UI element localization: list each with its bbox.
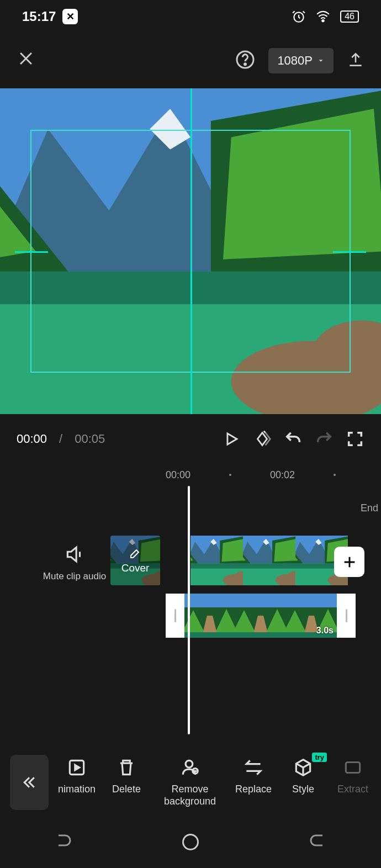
video-preview[interactable] (0, 88, 381, 414)
animation-tool[interactable]: nimation (52, 757, 102, 796)
plus-icon (342, 554, 357, 570)
clip-thumbnail (243, 536, 295, 585)
ruler-t0: 00:00 (166, 469, 190, 481)
mute-label: Mute clip audio (39, 570, 110, 583)
svg-rect-24 (346, 763, 359, 773)
time-total: 00:05 (75, 432, 105, 446)
preview-playhead (190, 88, 192, 414)
style-label: Style (292, 784, 314, 796)
clip-handle-right[interactable] (337, 594, 356, 638)
time-current: 00:00 (17, 432, 47, 446)
top-toolbar: 1080P (0, 33, 381, 88)
time-ruler[interactable]: 00:00 00:02 (0, 464, 381, 486)
overlay-thumbnail (235, 594, 286, 638)
add-clip-button[interactable] (334, 547, 364, 577)
fullscreen-button[interactable] (346, 430, 364, 448)
ruler-dot (229, 474, 231, 476)
try-badge: try (312, 753, 327, 762)
wifi-icon (316, 9, 330, 24)
play-button[interactable] (222, 430, 241, 448)
crop-handle-left[interactable] (15, 251, 48, 253)
clip-handle-left[interactable] (166, 594, 184, 638)
timeline[interactable]: Mute clip audio Cover End 3.0s (0, 486, 381, 734)
status-time: 15:17 (22, 9, 56, 24)
overlay-thumbnail (184, 594, 235, 638)
clip-duration: 3.0s (316, 626, 334, 636)
toolbar-back-button[interactable] (10, 755, 49, 810)
replace-label: Replace (235, 784, 272, 796)
speaker-icon (39, 544, 110, 567)
replace-tool[interactable]: Replace (229, 757, 278, 796)
ruler-dot (334, 474, 336, 476)
nav-recents-button[interactable] (54, 832, 73, 854)
resolution-label: 1080P (277, 54, 313, 68)
status-bar: 15:17 ✕ 46 (0, 0, 381, 33)
resolution-button[interactable]: 1080P (268, 48, 334, 73)
remove-bg-icon (179, 757, 200, 778)
chevron-down-icon (317, 57, 325, 65)
svg-point-25 (183, 835, 198, 850)
close-button[interactable] (17, 49, 35, 73)
animation-icon (66, 757, 87, 778)
export-button[interactable] (347, 51, 364, 71)
edit-icon (129, 547, 142, 560)
svg-point-20 (245, 63, 246, 65)
svg-point-18 (322, 20, 324, 22)
battery-indicator: 46 (340, 10, 359, 23)
style-tool[interactable]: try Style (278, 757, 328, 796)
keyframe-button[interactable] (253, 430, 272, 448)
cover-label: Cover (121, 562, 150, 574)
ruler-t1: 00:02 (270, 469, 295, 481)
svg-point-22 (186, 761, 193, 768)
cube-icon (293, 757, 314, 778)
bottom-toolbar: nimation Delete Remove background Replac… (0, 747, 381, 818)
alarm-icon (292, 9, 306, 24)
playback-controls: 00:00 / 00:05 (0, 414, 381, 464)
cover-button[interactable]: Cover (110, 536, 160, 585)
crop-handle-right[interactable] (333, 251, 366, 253)
replace-icon (243, 757, 264, 778)
mute-clip-audio-button[interactable]: Mute clip audio (39, 544, 110, 583)
remove-background-tool[interactable]: Remove background (151, 757, 229, 807)
extract-tool[interactable]: Extract (328, 757, 378, 796)
delete-tool[interactable]: Delete (102, 757, 151, 796)
overlay-clip[interactable]: 3.0s (166, 594, 356, 638)
remove-bg-label: Remove background (151, 784, 229, 807)
nav-home-button[interactable] (181, 832, 200, 854)
trash-icon (116, 757, 137, 778)
extract-icon (342, 757, 363, 778)
nav-back-button[interactable] (308, 832, 327, 854)
time-separator: / (59, 432, 62, 446)
clip-thumbnail (190, 536, 243, 585)
extract-label: Extract (337, 784, 368, 796)
android-nav-bar (0, 818, 381, 868)
timeline-playhead[interactable] (188, 486, 190, 734)
redo-button[interactable] (315, 430, 334, 448)
chevron-left-double-icon (21, 774, 38, 791)
animation-label: nimation (58, 784, 96, 796)
delete-label: Delete (112, 784, 141, 796)
capcut-logo-icon: ✕ (62, 9, 78, 24)
help-button[interactable] (235, 50, 255, 72)
track-end-label: End (361, 502, 378, 514)
undo-button[interactable] (284, 430, 303, 448)
